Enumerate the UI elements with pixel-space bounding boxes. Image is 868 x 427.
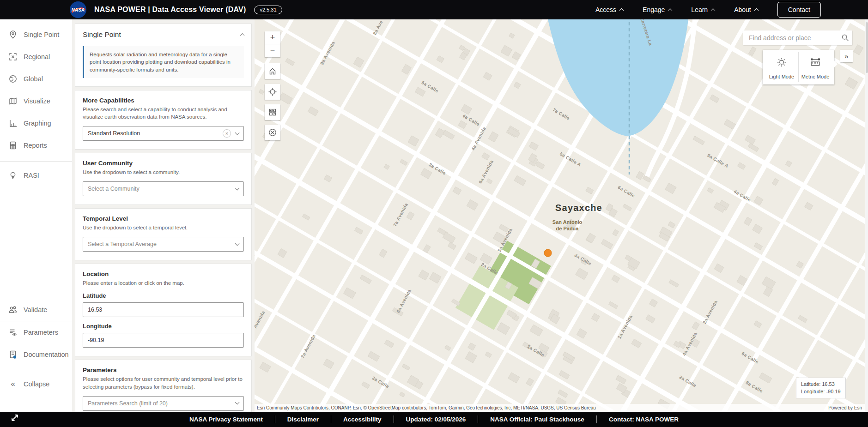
community-description: Use the dropdown to select a community. (83, 168, 244, 176)
community-section: User Community Use the dropdown to selec… (75, 153, 252, 205)
nasa-meatball-icon: NASA (69, 1, 87, 18)
collapse-panel-icon[interactable] (240, 33, 245, 37)
nav-learn[interactable]: Learn (691, 6, 715, 13)
version-badge: v2.5.31 (254, 6, 282, 14)
sidebar-item-rasi[interactable]: RASI (0, 164, 72, 186)
latitude-input[interactable] (83, 302, 244, 317)
toolbar-expand-button[interactable]: » (840, 50, 853, 62)
sidebar-item-graphing[interactable]: Graphing (0, 112, 72, 134)
footer-link-privacy[interactable]: NASA Privacy Statement (177, 415, 275, 423)
nav-access[interactable]: Access (595, 6, 623, 13)
parameters-select[interactable]: Parameters Search (limit of 20) (83, 396, 244, 411)
zoom-out-button[interactable]: − (265, 44, 280, 57)
search-icon (841, 33, 850, 42)
coordinates-readout: Latitude: 16.53 Longitude: -90.19 (796, 378, 846, 398)
footer-updated-date: Updated: 02/05/2026 (394, 415, 478, 423)
map-search-bar (743, 30, 852, 45)
sidebar-item-global[interactable]: Global (0, 68, 72, 90)
map-icon (8, 96, 18, 106)
map-canvas[interactable]: 9a Avenida8a AveCarretera La5a Calle7a C… (255, 19, 865, 412)
temporal-section: Temporal Level Use the dropdown to selec… (75, 208, 252, 260)
capability-select[interactable]: Standard Resolution × (83, 126, 244, 141)
collapse-chevrons-icon: « (8, 379, 18, 389)
svg-text:NASA: NASA (72, 7, 85, 12)
sidebar-item-reports[interactable]: Reports (0, 134, 72, 156)
bulb-icon (8, 171, 18, 180)
clear-selection-icon[interactable]: × (223, 129, 231, 138)
chevron-down-icon (235, 130, 240, 135)
chevron-up-icon (754, 8, 759, 12)
poi-label-san-antonio: San Antonio de Padua (552, 219, 582, 232)
light-mode-button[interactable]: Light Mode (765, 52, 798, 82)
form-panel-column: Single Point Requests solar radiation an… (72, 19, 255, 427)
footer-link-contact[interactable]: Contact: NASA POWER (596, 415, 691, 423)
capabilities-heading: More Capabilities (83, 97, 244, 104)
app-window: NASA NASA POWER | Data Access Viewer (DA… (0, 0, 868, 427)
report-icon (8, 141, 18, 150)
parameters-heading: Parameters (83, 367, 244, 373)
nav-engage[interactable]: Engage (643, 6, 672, 13)
contact-button[interactable]: Contact (777, 2, 821, 18)
region-icon (8, 52, 18, 61)
capabilities-section: More Capabilities Please search and sele… (75, 90, 252, 150)
footer-link-accessibility[interactable]: Accessibility (331, 415, 394, 423)
clear-graphics-button[interactable] (265, 125, 280, 140)
longitude-label: Longitude (83, 323, 244, 330)
panel-header-section: Single Point Requests solar radiation an… (75, 24, 252, 87)
temporal-heading: Temporal Level (83, 215, 244, 222)
ruler-icon (809, 56, 821, 68)
locate-crosshair-icon (268, 87, 277, 96)
panel-title: Single Point (83, 30, 121, 39)
nav-about[interactable]: About (734, 6, 758, 13)
top-header: NASA NASA POWER | Data Access Viewer (DA… (0, 0, 868, 19)
chevron-down-icon (235, 241, 240, 246)
latitude-label: Latitude (83, 292, 244, 299)
powered-by-esri: Powered by Esri (828, 405, 865, 410)
search-button[interactable] (838, 30, 852, 45)
sidebar-item-visualize[interactable]: Visualize (0, 90, 72, 112)
locate-button[interactable] (265, 84, 280, 100)
bottom-footer: NASA Privacy Statement Disclaimer Access… (0, 412, 868, 427)
globe-icon (8, 74, 18, 84)
latitude-readout: Latitude: 16.53 (801, 380, 841, 388)
nasa-logo[interactable]: NASA (69, 1, 87, 18)
sidebar-divider (0, 161, 72, 162)
chart-icon (8, 119, 18, 128)
location-description: Please enter a location or click on the … (83, 279, 244, 287)
list-eye-icon (8, 328, 18, 337)
people-icon (8, 305, 18, 314)
home-extent-button[interactable] (265, 63, 280, 79)
zoom-controls: + − (265, 31, 280, 57)
community-select[interactable]: Select a Community (83, 181, 244, 196)
longitude-input[interactable] (83, 333, 244, 348)
selected-point-marker (544, 249, 552, 257)
footer-link-disclaimer[interactable]: Disclaimer (275, 415, 331, 423)
sidebar-collapse-button[interactable]: « Collapse (0, 373, 72, 395)
chevron-up-icon (619, 8, 624, 12)
sidebar-item-single-point[interactable]: Single Point (0, 24, 72, 46)
city-label-sayaxche: Sayaxche (555, 203, 602, 213)
sidebar-item-documentation[interactable]: Documentation (0, 343, 72, 366)
longitude-readout: Longitude: -90.19 (801, 388, 841, 395)
community-heading: User Community (83, 160, 244, 167)
basemap-gallery-button[interactable] (265, 104, 280, 120)
left-sidebar: Single Point Regional Global Visualize (0, 19, 72, 412)
circle-x-icon (268, 128, 277, 137)
sun-icon (776, 56, 788, 68)
doc-icon (8, 350, 18, 359)
sidebar-item-parameters[interactable]: Parameters (0, 321, 72, 343)
parameters-description: Please select options for user community… (83, 375, 244, 390)
zoom-in-button[interactable]: + (265, 31, 280, 44)
fullscreen-expand-button[interactable] (10, 413, 19, 424)
mode-toggle-panel: Light Mode Metric Mode (763, 50, 834, 84)
sidebar-item-validate[interactable]: Validate (0, 299, 72, 321)
scrollbar-thumb[interactable] (866, 22, 868, 73)
search-input[interactable] (743, 34, 838, 42)
header-nav: Access Engage Learn About Contact (595, 2, 821, 18)
metric-mode-button[interactable]: Metric Mode (798, 52, 832, 82)
temporal-select[interactable]: Select a Temporal Average (83, 237, 244, 252)
map-scrollbar[interactable] (865, 19, 868, 412)
sidebar-item-regional[interactable]: Regional (0, 46, 72, 68)
location-heading: Location (83, 271, 244, 277)
panel-intro: Requests solar radiation and meteorology… (83, 46, 244, 78)
